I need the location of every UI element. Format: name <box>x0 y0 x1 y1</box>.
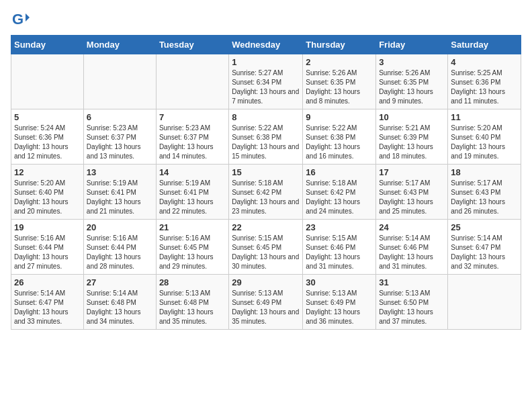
day-number: 13 <box>87 167 153 177</box>
calendar-cell <box>156 54 228 109</box>
day-info: Sunrise: 5:20 AMSunset: 6:40 PMDaylight:… <box>14 179 81 216</box>
day-info: Sunrise: 5:16 AMSunset: 6:44 PMDaylight:… <box>87 234 153 271</box>
day-number: 22 <box>232 222 300 232</box>
day-info: Sunrise: 5:14 AMSunset: 6:47 PMDaylight:… <box>14 289 81 326</box>
day-number: 11 <box>451 112 518 122</box>
logo-icon: G <box>11 11 30 30</box>
logo: G <box>11 11 32 30</box>
day-number: 10 <box>379 112 445 122</box>
calendar-week-row: 26Sunrise: 5:14 AMSunset: 6:47 PMDayligh… <box>11 275 521 330</box>
day-info: Sunrise: 5:25 AMSunset: 6:36 PMDaylight:… <box>451 68 518 106</box>
day-number: 14 <box>159 167 226 177</box>
calendar-cell: 15Sunrise: 5:18 AMSunset: 6:42 PMDayligh… <box>229 165 303 220</box>
calendar-cell: 8Sunrise: 5:22 AMSunset: 6:38 PMDaylight… <box>229 109 303 165</box>
calendar-cell: 21Sunrise: 5:16 AMSunset: 6:45 PMDayligh… <box>156 220 228 275</box>
day-number: 16 <box>306 167 373 177</box>
svg-text:G: G <box>12 11 24 28</box>
day-header-wednesday: Wednesday <box>229 36 303 54</box>
calendar-cell: 17Sunrise: 5:17 AMSunset: 6:43 PMDayligh… <box>376 165 448 220</box>
calendar-cell: 25Sunrise: 5:14 AMSunset: 6:47 PMDayligh… <box>448 220 521 275</box>
calendar-cell: 27Sunrise: 5:14 AMSunset: 6:48 PMDayligh… <box>83 275 156 330</box>
day-info: Sunrise: 5:14 AMSunset: 6:48 PMDaylight:… <box>87 289 153 326</box>
day-info: Sunrise: 5:15 AMSunset: 6:45 PMDaylight:… <box>232 234 300 271</box>
day-info: Sunrise: 5:16 AMSunset: 6:45 PMDaylight:… <box>159 234 226 271</box>
day-number: 28 <box>159 277 226 287</box>
day-info: Sunrise: 5:19 AMSunset: 6:41 PMDaylight:… <box>87 179 153 216</box>
calendar-header: G <box>11 11 521 30</box>
calendar-cell: 12Sunrise: 5:20 AMSunset: 6:40 PMDayligh… <box>11 165 84 220</box>
svg-marker-1 <box>26 13 30 21</box>
calendar-cell: 11Sunrise: 5:20 AMSunset: 6:40 PMDayligh… <box>448 109 521 165</box>
calendar-cell: 19Sunrise: 5:16 AMSunset: 6:44 PMDayligh… <box>11 220 84 275</box>
day-info: Sunrise: 5:13 AMSunset: 6:49 PMDaylight:… <box>232 289 300 326</box>
day-number: 24 <box>379 222 445 232</box>
calendar-cell: 6Sunrise: 5:23 AMSunset: 6:37 PMDaylight… <box>83 109 156 165</box>
day-info: Sunrise: 5:18 AMSunset: 6:42 PMDaylight:… <box>306 179 373 216</box>
day-number: 5 <box>14 112 81 122</box>
day-info: Sunrise: 5:27 AMSunset: 6:34 PMDaylight:… <box>232 68 300 106</box>
calendar-week-row: 5Sunrise: 5:24 AMSunset: 6:36 PMDaylight… <box>11 109 521 165</box>
day-number: 4 <box>451 57 518 67</box>
day-number: 3 <box>379 57 445 67</box>
day-number: 17 <box>379 167 445 177</box>
day-number: 21 <box>159 222 226 232</box>
calendar-cell <box>448 275 521 330</box>
calendar-cell: 10Sunrise: 5:21 AMSunset: 6:39 PMDayligh… <box>376 109 448 165</box>
days-header-row: SundayMondayTuesdayWednesdayThursdayFrid… <box>11 36 521 54</box>
calendar-cell <box>11 54 84 109</box>
day-info: Sunrise: 5:26 AMSunset: 6:35 PMDaylight:… <box>379 68 445 106</box>
calendar-cell: 16Sunrise: 5:18 AMSunset: 6:42 PMDayligh… <box>303 165 376 220</box>
calendar-cell: 14Sunrise: 5:19 AMSunset: 6:41 PMDayligh… <box>156 165 228 220</box>
day-number: 8 <box>232 112 300 122</box>
calendar-cell: 31Sunrise: 5:13 AMSunset: 6:50 PMDayligh… <box>376 275 448 330</box>
day-info: Sunrise: 5:22 AMSunset: 6:38 PMDaylight:… <box>306 124 373 161</box>
calendar-cell: 13Sunrise: 5:19 AMSunset: 6:41 PMDayligh… <box>83 165 156 220</box>
day-info: Sunrise: 5:21 AMSunset: 6:39 PMDaylight:… <box>379 124 445 161</box>
day-number: 25 <box>451 222 518 232</box>
day-number: 7 <box>159 112 226 122</box>
day-number: 1 <box>232 57 300 67</box>
calendar-cell: 30Sunrise: 5:13 AMSunset: 6:49 PMDayligh… <box>303 275 376 330</box>
day-number: 30 <box>306 277 373 287</box>
day-header-saturday: Saturday <box>448 36 521 54</box>
day-info: Sunrise: 5:17 AMSunset: 6:43 PMDaylight:… <box>451 179 518 216</box>
day-info: Sunrise: 5:24 AMSunset: 6:36 PMDaylight:… <box>14 124 81 161</box>
day-number: 12 <box>14 167 81 177</box>
day-number: 26 <box>14 277 81 287</box>
day-info: Sunrise: 5:17 AMSunset: 6:43 PMDaylight:… <box>379 179 445 216</box>
day-number: 19 <box>14 222 81 232</box>
day-info: Sunrise: 5:22 AMSunset: 6:38 PMDaylight:… <box>232 124 300 161</box>
day-info: Sunrise: 5:15 AMSunset: 6:46 PMDaylight:… <box>306 234 373 271</box>
day-number: 23 <box>306 222 373 232</box>
calendar-cell: 1Sunrise: 5:27 AMSunset: 6:34 PMDaylight… <box>229 54 303 109</box>
day-info: Sunrise: 5:18 AMSunset: 6:42 PMDaylight:… <box>232 179 300 216</box>
day-header-tuesday: Tuesday <box>156 36 228 54</box>
calendar-cell: 26Sunrise: 5:14 AMSunset: 6:47 PMDayligh… <box>11 275 84 330</box>
day-info: Sunrise: 5:13 AMSunset: 6:49 PMDaylight:… <box>306 289 373 326</box>
calendar-cell: 22Sunrise: 5:15 AMSunset: 6:45 PMDayligh… <box>229 220 303 275</box>
calendar-week-row: 12Sunrise: 5:20 AMSunset: 6:40 PMDayligh… <box>11 165 521 220</box>
calendar-cell: 29Sunrise: 5:13 AMSunset: 6:49 PMDayligh… <box>229 275 303 330</box>
day-number: 18 <box>451 167 518 177</box>
day-number: 20 <box>87 222 153 232</box>
calendar-week-row: 1Sunrise: 5:27 AMSunset: 6:34 PMDaylight… <box>11 54 521 109</box>
calendar-cell <box>83 54 156 109</box>
calendar-cell: 24Sunrise: 5:14 AMSunset: 6:46 PMDayligh… <box>376 220 448 275</box>
day-header-thursday: Thursday <box>303 36 376 54</box>
day-info: Sunrise: 5:13 AMSunset: 6:50 PMDaylight:… <box>379 289 445 326</box>
day-info: Sunrise: 5:23 AMSunset: 6:37 PMDaylight:… <box>87 124 153 161</box>
calendar-cell: 3Sunrise: 5:26 AMSunset: 6:35 PMDaylight… <box>376 54 448 109</box>
day-info: Sunrise: 5:23 AMSunset: 6:37 PMDaylight:… <box>159 124 226 161</box>
day-info: Sunrise: 5:14 AMSunset: 6:47 PMDaylight:… <box>451 234 518 271</box>
calendar-cell: 23Sunrise: 5:15 AMSunset: 6:46 PMDayligh… <box>303 220 376 275</box>
day-info: Sunrise: 5:13 AMSunset: 6:48 PMDaylight:… <box>159 289 226 326</box>
day-number: 9 <box>306 112 373 122</box>
day-header-monday: Monday <box>83 36 156 54</box>
day-number: 2 <box>306 57 373 67</box>
day-number: 31 <box>379 277 445 287</box>
calendar-week-row: 19Sunrise: 5:16 AMSunset: 6:44 PMDayligh… <box>11 220 521 275</box>
day-info: Sunrise: 5:19 AMSunset: 6:41 PMDaylight:… <box>159 179 226 216</box>
day-info: Sunrise: 5:14 AMSunset: 6:46 PMDaylight:… <box>379 234 445 271</box>
day-number: 29 <box>232 277 300 287</box>
day-header-sunday: Sunday <box>11 36 84 54</box>
